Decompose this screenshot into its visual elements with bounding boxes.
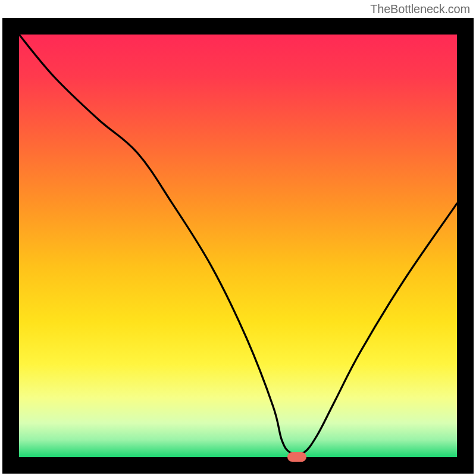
figure-root: TheBottleneck.com (0, 0, 476, 476)
optimal-point-marker (287, 452, 306, 462)
plot-frame (2, 18, 474, 474)
gradient-background (19, 35, 457, 457)
plot-area (19, 35, 457, 457)
plot-svg (19, 35, 457, 457)
attribution-text: TheBottleneck.com (370, 2, 470, 16)
